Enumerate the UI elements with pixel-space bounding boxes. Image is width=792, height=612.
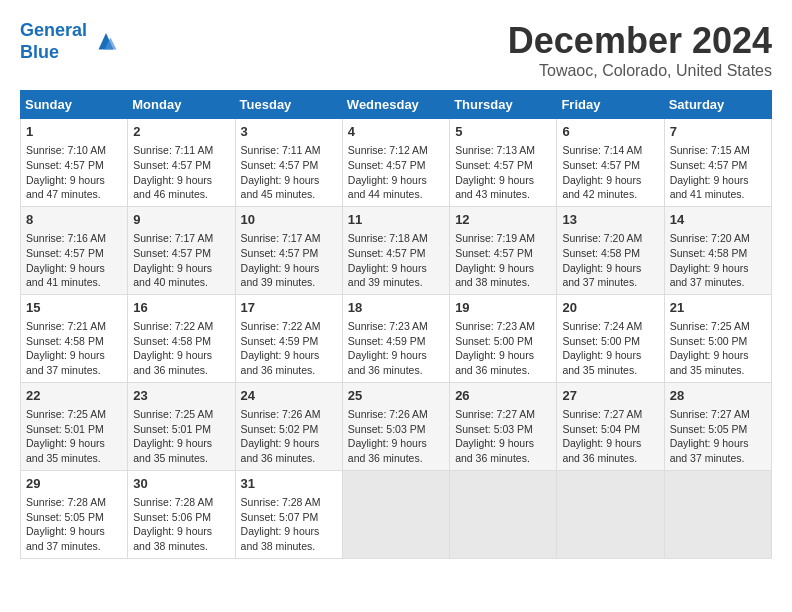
- header-saturday: Saturday: [664, 91, 771, 119]
- table-row: 7Sunrise: 7:15 AMSunset: 4:57 PMDaylight…: [664, 119, 771, 207]
- table-row: 10Sunrise: 7:17 AMSunset: 4:57 PMDayligh…: [235, 206, 342, 294]
- calendar-week-row: 1Sunrise: 7:10 AMSunset: 4:57 PMDaylight…: [21, 119, 772, 207]
- day-number: 17: [241, 299, 337, 317]
- table-row: 8Sunrise: 7:16 AMSunset: 4:57 PMDaylight…: [21, 206, 128, 294]
- header-friday: Friday: [557, 91, 664, 119]
- table-row: 27Sunrise: 7:27 AMSunset: 5:04 PMDayligh…: [557, 382, 664, 470]
- table-row: [342, 470, 449, 558]
- calendar-week-row: 22Sunrise: 7:25 AMSunset: 5:01 PMDayligh…: [21, 382, 772, 470]
- table-row: 9Sunrise: 7:17 AMSunset: 4:57 PMDaylight…: [128, 206, 235, 294]
- table-row: 5Sunrise: 7:13 AMSunset: 4:57 PMDaylight…: [450, 119, 557, 207]
- table-row: 2Sunrise: 7:11 AMSunset: 4:57 PMDaylight…: [128, 119, 235, 207]
- day-number: 26: [455, 387, 551, 405]
- table-row: 12Sunrise: 7:19 AMSunset: 4:57 PMDayligh…: [450, 206, 557, 294]
- page-header: GeneralBlue December 2024 Towaoc, Colora…: [20, 20, 772, 80]
- table-row: 19Sunrise: 7:23 AMSunset: 5:00 PMDayligh…: [450, 294, 557, 382]
- header-monday: Monday: [128, 91, 235, 119]
- header-wednesday: Wednesday: [342, 91, 449, 119]
- calendar-table: Sunday Monday Tuesday Wednesday Thursday…: [20, 90, 772, 559]
- table-row: 4Sunrise: 7:12 AMSunset: 4:57 PMDaylight…: [342, 119, 449, 207]
- title-section: December 2024 Towaoc, Colorado, United S…: [508, 20, 772, 80]
- table-row: 28Sunrise: 7:27 AMSunset: 5:05 PMDayligh…: [664, 382, 771, 470]
- day-number: 29: [26, 475, 122, 493]
- day-number: 6: [562, 123, 658, 141]
- day-number: 10: [241, 211, 337, 229]
- table-row: 30Sunrise: 7:28 AMSunset: 5:06 PMDayligh…: [128, 470, 235, 558]
- day-number: 11: [348, 211, 444, 229]
- calendar-week-row: 29Sunrise: 7:28 AMSunset: 5:05 PMDayligh…: [21, 470, 772, 558]
- table-row: 6Sunrise: 7:14 AMSunset: 4:57 PMDaylight…: [557, 119, 664, 207]
- day-number: 31: [241, 475, 337, 493]
- day-number: 5: [455, 123, 551, 141]
- calendar-week-row: 15Sunrise: 7:21 AMSunset: 4:58 PMDayligh…: [21, 294, 772, 382]
- table-row: 21Sunrise: 7:25 AMSunset: 5:00 PMDayligh…: [664, 294, 771, 382]
- table-row: 1Sunrise: 7:10 AMSunset: 4:57 PMDaylight…: [21, 119, 128, 207]
- table-row: 22Sunrise: 7:25 AMSunset: 5:01 PMDayligh…: [21, 382, 128, 470]
- header-sunday: Sunday: [21, 91, 128, 119]
- day-number: 2: [133, 123, 229, 141]
- day-number: 27: [562, 387, 658, 405]
- day-number: 21: [670, 299, 766, 317]
- day-number: 13: [562, 211, 658, 229]
- day-number: 12: [455, 211, 551, 229]
- day-number: 23: [133, 387, 229, 405]
- day-number: 22: [26, 387, 122, 405]
- table-row: 26Sunrise: 7:27 AMSunset: 5:03 PMDayligh…: [450, 382, 557, 470]
- header-tuesday: Tuesday: [235, 91, 342, 119]
- day-number: 8: [26, 211, 122, 229]
- day-number: 19: [455, 299, 551, 317]
- table-row: 23Sunrise: 7:25 AMSunset: 5:01 PMDayligh…: [128, 382, 235, 470]
- header-thursday: Thursday: [450, 91, 557, 119]
- logo-icon: [91, 27, 121, 57]
- table-row: 16Sunrise: 7:22 AMSunset: 4:58 PMDayligh…: [128, 294, 235, 382]
- table-row: 25Sunrise: 7:26 AMSunset: 5:03 PMDayligh…: [342, 382, 449, 470]
- day-number: 25: [348, 387, 444, 405]
- table-row: [450, 470, 557, 558]
- day-number: 28: [670, 387, 766, 405]
- table-row: 13Sunrise: 7:20 AMSunset: 4:58 PMDayligh…: [557, 206, 664, 294]
- day-number: 3: [241, 123, 337, 141]
- table-row: [664, 470, 771, 558]
- logo: GeneralBlue: [20, 20, 121, 63]
- day-number: 20: [562, 299, 658, 317]
- day-number: 1: [26, 123, 122, 141]
- logo-text: GeneralBlue: [20, 20, 87, 63]
- table-row: 15Sunrise: 7:21 AMSunset: 4:58 PMDayligh…: [21, 294, 128, 382]
- day-number: 30: [133, 475, 229, 493]
- table-row: 31Sunrise: 7:28 AMSunset: 5:07 PMDayligh…: [235, 470, 342, 558]
- day-number: 24: [241, 387, 337, 405]
- day-number: 7: [670, 123, 766, 141]
- table-row: 14Sunrise: 7:20 AMSunset: 4:58 PMDayligh…: [664, 206, 771, 294]
- table-row: 24Sunrise: 7:26 AMSunset: 5:02 PMDayligh…: [235, 382, 342, 470]
- day-number: 4: [348, 123, 444, 141]
- day-number: 15: [26, 299, 122, 317]
- calendar-week-row: 8Sunrise: 7:16 AMSunset: 4:57 PMDaylight…: [21, 206, 772, 294]
- table-row: 3Sunrise: 7:11 AMSunset: 4:57 PMDaylight…: [235, 119, 342, 207]
- day-number: 9: [133, 211, 229, 229]
- table-row: 17Sunrise: 7:22 AMSunset: 4:59 PMDayligh…: [235, 294, 342, 382]
- table-row: 20Sunrise: 7:24 AMSunset: 5:00 PMDayligh…: [557, 294, 664, 382]
- day-number: 16: [133, 299, 229, 317]
- table-row: 29Sunrise: 7:28 AMSunset: 5:05 PMDayligh…: [21, 470, 128, 558]
- calendar-header-row: Sunday Monday Tuesday Wednesday Thursday…: [21, 91, 772, 119]
- table-row: [557, 470, 664, 558]
- day-number: 18: [348, 299, 444, 317]
- calendar-title: December 2024: [508, 20, 772, 62]
- table-row: 11Sunrise: 7:18 AMSunset: 4:57 PMDayligh…: [342, 206, 449, 294]
- day-number: 14: [670, 211, 766, 229]
- calendar-subtitle: Towaoc, Colorado, United States: [508, 62, 772, 80]
- table-row: 18Sunrise: 7:23 AMSunset: 4:59 PMDayligh…: [342, 294, 449, 382]
